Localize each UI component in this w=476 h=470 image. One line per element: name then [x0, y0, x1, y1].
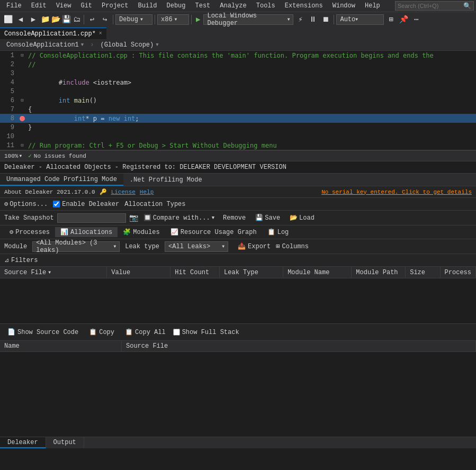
menu-debug[interactable]: Debug: [162, 1, 190, 11]
menu-analyze[interactable]: Analyze: [215, 1, 250, 11]
th-process[interactable]: Process: [441, 267, 476, 278]
search-input[interactable]: [398, 3, 461, 9]
save-snapshot-btn[interactable]: 💾 Save: [252, 213, 283, 222]
leak-type-dropdown[interactable]: <All Leaks> ▼: [165, 241, 228, 252]
allocation-types-link[interactable]: Allocation Types: [124, 201, 185, 208]
redo-icon[interactable]: ↪: [99, 14, 111, 25]
callstack-th-name[interactable]: Name: [0, 341, 122, 351]
undo-icon[interactable]: ↩: [86, 14, 98, 25]
toolbar-btn-2[interactable]: ◀: [15, 14, 26, 25]
menu-extensions[interactable]: Extensions: [281, 1, 327, 11]
remove-btn[interactable]: Remove: [220, 214, 249, 222]
full-stack-input[interactable]: [173, 329, 180, 336]
help-link[interactable]: Help: [140, 189, 154, 195]
columns-btn[interactable]: ⊞ Columns: [276, 242, 309, 250]
compare-arrow-icon: ▼: [212, 215, 214, 221]
compare-btn[interactable]: 🔲 Compare with... ▼: [141, 213, 217, 222]
collapse-icon-11[interactable]: ⊟: [21, 142, 23, 148]
enable-deleaker-input[interactable]: [53, 201, 60, 207]
breadcrumb-project[interactable]: ConsoleApplication1 ▼: [4, 41, 86, 49]
nav-allocations[interactable]: 📊 Allocations: [55, 227, 118, 237]
open-icon[interactable]: 📂: [51, 14, 60, 25]
search-icon: 🔍: [463, 2, 471, 10]
export-icon: 📤: [238, 242, 246, 250]
breakpoint-icon: [20, 116, 25, 121]
callstack-th-source[interactable]: Source File: [122, 341, 476, 351]
th-size[interactable]: Size: [406, 267, 440, 278]
breadcrumb-scope[interactable]: (Global Scope) ▼: [98, 41, 160, 49]
bottom-tab-output[interactable]: Output: [46, 437, 84, 448]
snapshot-input[interactable]: [57, 213, 126, 223]
nav-resource-usage[interactable]: 📈 Resource Usage Graph: [165, 227, 262, 237]
menu-project[interactable]: Project: [97, 1, 132, 11]
menu-help[interactable]: Help: [361, 1, 384, 11]
filters-label: Filters: [11, 257, 38, 264]
export-btn[interactable]: 📤 Export: [238, 242, 271, 250]
new-project-icon[interactable]: 📁: [40, 14, 50, 25]
window-layout-btn[interactable]: ⊞: [385, 14, 397, 25]
deleaker-nav: ⚙ Processes 📊 Allocations 🧩 Modules 📈 Re…: [0, 225, 476, 239]
platform-dropdown[interactable]: x86 ▼: [157, 14, 189, 25]
th-value[interactable]: Value: [107, 267, 170, 278]
th-source-file[interactable]: Source File ▼: [0, 267, 107, 278]
nav-processes[interactable]: ⚙ Processes: [4, 227, 55, 237]
module-dropdown[interactable]: <All Modules> (3 leaks) ▼: [32, 241, 120, 252]
tab-unmanaged[interactable]: Unmanaged Code Profiling Mode: [0, 174, 123, 186]
allocations-icon: 📊: [60, 228, 68, 236]
th-leak-type[interactable]: Leak Type: [220, 267, 283, 278]
license-link[interactable]: License: [111, 189, 136, 195]
menu-window[interactable]: Window: [328, 1, 360, 11]
copy-btn[interactable]: 📋 Copy: [86, 327, 118, 337]
tab-cpp-file[interactable]: ConsoleApplication1.cpp* ×: [0, 28, 106, 39]
breadcrumb-bar: ConsoleApplication1 ▼ › (Global Scope) ▼: [0, 39, 476, 51]
load-snapshot-btn[interactable]: 📂 Load: [286, 213, 318, 222]
main-toolbar: ⬜ ◀ ▶ 📁 📂 💾 🗂 ↩ ↪ Debug ▼ x86 ▼ ▶ Local …: [0, 12, 476, 26]
config-dropdown[interactable]: Debug ▼: [115, 14, 152, 25]
nav-log[interactable]: 📋 Log: [262, 227, 294, 237]
bottom-tab-deleaker[interactable]: Deleaker: [0, 437, 46, 448]
deleaker-title: Deleaker - Allocated Objects - Registere…: [4, 164, 286, 171]
debug-ctrl-btn[interactable]: ⚡: [294, 14, 306, 25]
options-link[interactable]: ⚙ Options...: [4, 200, 48, 208]
debugger-dropdown[interactable]: Local Windows Debugger ▼: [203, 14, 293, 25]
deleaker-info-bar: About Deleaker 2021.17.0.0 🔑 License Hel…: [0, 186, 476, 198]
zoom-control[interactable]: 100% ▼: [4, 153, 22, 159]
breadcrumb-project-label: ConsoleApplication1: [6, 41, 79, 49]
auto-dropdown[interactable]: Auto ▼: [336, 14, 384, 25]
tab-filename: ConsoleApplication1.cpp*: [4, 30, 96, 38]
pin-btn[interactable]: 📌: [398, 14, 409, 25]
menu-view[interactable]: View: [52, 1, 76, 11]
th-module-path[interactable]: Module Path: [352, 267, 406, 278]
th-hit-count[interactable]: Hit Count: [170, 267, 220, 278]
menu-tools[interactable]: Tools: [252, 1, 280, 11]
collapse-icon-6[interactable]: ⊟: [21, 97, 23, 103]
tab-close-icon[interactable]: ×: [99, 31, 102, 37]
menu-build[interactable]: Build: [133, 1, 161, 11]
toolbar-btn-3[interactable]: ▶: [28, 14, 39, 25]
save-icon[interactable]: 💾: [61, 14, 71, 25]
tab-dotnet[interactable]: .Net Profiling Mode: [123, 174, 209, 186]
code-editor[interactable]: 1 ⊟ // ConsoleApplication1.cpp : This fi…: [0, 51, 476, 150]
show-source-code-btn[interactable]: 📄 Show Source Code: [4, 327, 82, 337]
save-all-icon[interactable]: 🗂: [72, 14, 82, 25]
toolbar-btn-1[interactable]: ⬜: [2, 14, 14, 25]
copy-all-btn[interactable]: 📋 Copy All: [122, 327, 169, 337]
editor-line-6: 6 ⊟ int main(): [0, 96, 476, 105]
enable-deleaker-checkbox[interactable]: Enable Deleaker: [53, 201, 119, 208]
editor-line-4: 4 #include <iostream>: [0, 78, 476, 87]
pause-btn[interactable]: ⏸: [307, 14, 319, 25]
start-debug-btn[interactable]: ▶: [194, 15, 202, 24]
search-box[interactable]: 🔍: [395, 1, 474, 11]
th-module-name[interactable]: Module Name: [283, 267, 352, 278]
menu-test[interactable]: Test: [191, 1, 215, 11]
show-full-stack-checkbox[interactable]: Show Full Stack: [173, 329, 239, 336]
filter-icon: ⊿: [4, 257, 9, 264]
collapse-icon[interactable]: ⊟: [21, 52, 23, 58]
more-btn[interactable]: ⋯: [410, 14, 422, 25]
menu-edit[interactable]: Edit: [27, 1, 51, 11]
stop-btn[interactable]: ⏹: [320, 14, 331, 25]
nav-modules[interactable]: 🧩 Modules: [118, 227, 165, 237]
menu-git[interactable]: Git: [76, 1, 96, 11]
serial-key-link[interactable]: No serial key entered. Click to get deta…: [321, 189, 472, 195]
menu-file[interactable]: File: [2, 1, 26, 11]
